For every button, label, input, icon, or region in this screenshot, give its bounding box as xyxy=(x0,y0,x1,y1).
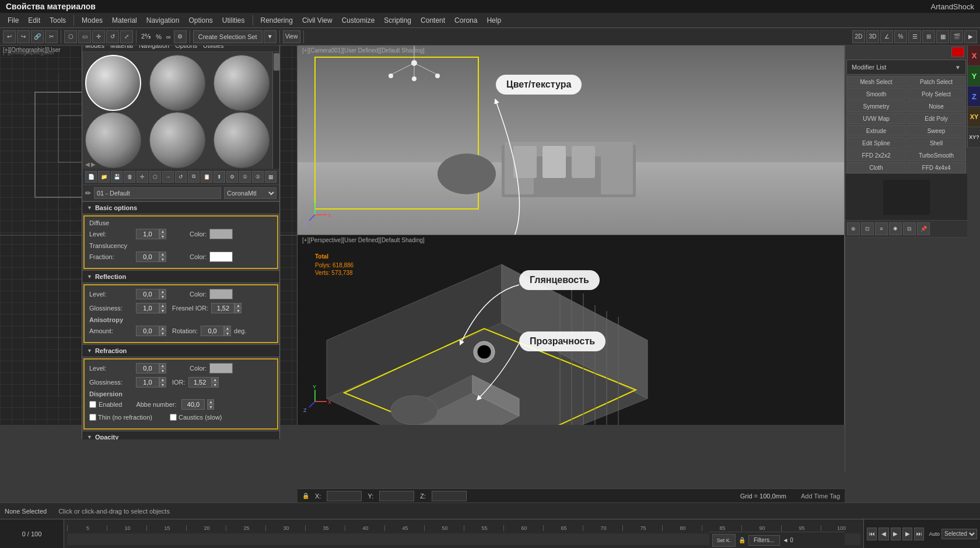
mat-tool-view1[interactable]: ① xyxy=(239,171,251,183)
xyz-axis-btn[interactable]: XY? xyxy=(968,127,980,148)
smooth-btn[interactable]: Smooth xyxy=(846,88,906,100)
mat-tool-backtrack[interactable]: ⬆ xyxy=(214,171,225,183)
z-input[interactable] xyxy=(432,491,467,501)
prev-frame-btn[interactable]: ◀ xyxy=(878,528,888,540)
mat-sphere-6[interactable] xyxy=(214,112,270,168)
symmetry-btn[interactable]: Symmetry xyxy=(846,100,906,112)
next-frame-btn[interactable]: ▶ xyxy=(902,528,912,540)
scale-btn[interactable]: ⤢ xyxy=(120,30,133,43)
spin-down[interactable]: ▼ xyxy=(159,308,166,313)
menu-scripting[interactable]: Scripting xyxy=(379,15,416,26)
spin-down[interactable]: ▼ xyxy=(212,382,219,388)
layer-btn[interactable]: ☰ xyxy=(908,30,921,43)
mod-icon-6[interactable]: 📌 xyxy=(917,222,930,235)
angle-snap-btn[interactable]: ∠ xyxy=(880,30,893,43)
selected-dropdown[interactable]: Selected xyxy=(942,529,977,539)
mod-icon-5[interactable]: ⊟ xyxy=(903,222,916,235)
select-region-btn[interactable]: ▭ xyxy=(78,30,91,43)
menu-content[interactable]: Content xyxy=(416,15,450,26)
mod-icon-3[interactable]: ≡ xyxy=(875,222,888,235)
refr-gloss-input[interactable] xyxy=(136,377,159,388)
menu-tools[interactable]: Tools xyxy=(45,15,71,26)
mat-tool-new[interactable]: 📄 xyxy=(85,171,97,183)
menu-rendering[interactable]: Rendering xyxy=(256,15,298,26)
mat-tool-open[interactable]: 📁 xyxy=(98,171,110,183)
mat-tool-paste[interactable]: 📋 xyxy=(201,171,212,183)
menu-file[interactable]: File xyxy=(3,15,23,26)
spin-down[interactable]: ▼ xyxy=(159,257,166,262)
settings-btn[interactable]: ⚙ xyxy=(174,30,187,43)
go-end-btn[interactable]: ⏭ xyxy=(914,528,924,540)
spin-up[interactable]: ▲ xyxy=(207,399,214,404)
refr-color-swatch[interactable] xyxy=(209,363,233,374)
go-start-btn[interactable]: ⏮ xyxy=(867,528,877,540)
render-btn[interactable]: ▦ xyxy=(936,30,949,43)
selection-arrow-btn[interactable]: ▼ xyxy=(264,30,276,43)
ior-input[interactable] xyxy=(188,377,212,388)
opacity-header[interactable]: ▼ Opacity xyxy=(82,431,279,439)
redo-btn[interactable]: ↪ xyxy=(17,30,30,43)
view-named-btn[interactable]: View xyxy=(283,30,300,43)
refraction-header[interactable]: ▼ Refraction xyxy=(82,344,279,357)
menu-civil-view[interactable]: Civil View xyxy=(298,15,337,26)
diffuse-color-swatch[interactable] xyxy=(209,229,233,239)
add-time-tag-btn[interactable]: Add Time Tag xyxy=(801,493,840,500)
fresnel-input[interactable] xyxy=(211,303,235,313)
menu-options[interactable]: Options xyxy=(184,15,217,26)
link-btn[interactable]: 🔗 xyxy=(31,30,44,43)
diffuse-level-input[interactable] xyxy=(136,229,159,239)
mat-tool-save[interactable]: 💾 xyxy=(111,171,123,183)
spin-up[interactable]: ▲ xyxy=(159,377,166,382)
mod-icon-4[interactable]: ✱ xyxy=(889,222,902,235)
mat-tool-assign[interactable]: → xyxy=(162,171,174,183)
spin-down[interactable]: ▼ xyxy=(159,382,166,388)
active-render-btn[interactable]: ▶ xyxy=(964,30,977,43)
fraction-input[interactable] xyxy=(136,252,159,262)
scrollbar-thumb[interactable] xyxy=(274,53,279,71)
mat-tool-copy[interactable]: ⧉ xyxy=(188,171,200,183)
menu-help[interactable]: Help xyxy=(482,15,506,26)
spin-up[interactable]: ▲ xyxy=(212,377,219,382)
mat-sphere-1[interactable] xyxy=(85,55,141,111)
x-axis-btn[interactable]: X xyxy=(968,46,980,66)
refl-color-swatch[interactable] xyxy=(209,289,233,299)
patch-select-btn[interactable]: Patch Select xyxy=(907,76,966,88)
spin-up[interactable]: ▲ xyxy=(235,303,242,308)
gloss-input[interactable] xyxy=(136,303,159,313)
spin-down[interactable]: ▼ xyxy=(235,308,242,313)
ffd-2x2x2-btn[interactable]: FFD 2x2x2 xyxy=(846,149,906,161)
edit-poly-btn[interactable]: Edit Poly xyxy=(907,113,966,124)
move-btn[interactable]: ✛ xyxy=(92,30,105,43)
ffd-4x4x4-btn[interactable]: FFD 4x4x4 xyxy=(907,162,966,173)
display-btn[interactable]: ⊞ xyxy=(922,30,935,43)
snap-3d-btn[interactable]: 3D xyxy=(866,30,879,43)
menu-modes[interactable]: Modes xyxy=(77,15,107,26)
mat-sphere-2[interactable] xyxy=(149,55,205,111)
poly-select-btn[interactable]: Poly Select xyxy=(907,88,966,100)
spin-down[interactable]: ▼ xyxy=(159,331,166,336)
mat-name-pencil-icon[interactable]: ✏ xyxy=(85,189,91,197)
uvw-map-btn[interactable]: UVW Map xyxy=(846,113,906,124)
mat-name-input[interactable] xyxy=(94,187,221,199)
percent-snap-btn[interactable]: % xyxy=(894,30,907,43)
sweep-btn[interactable]: Sweep xyxy=(907,125,966,137)
mod-icon-2[interactable]: ⊡ xyxy=(861,222,874,235)
z-axis-btn[interactable]: Z xyxy=(968,86,980,107)
enabled-checkbox[interactable] xyxy=(89,401,96,408)
spin-down[interactable]: ▼ xyxy=(159,294,166,299)
spin-up[interactable]: ▲ xyxy=(224,326,231,331)
reflection-header[interactable]: ▼ Reflection xyxy=(82,270,279,283)
spin-up[interactable]: ▲ xyxy=(159,303,166,308)
create-selection-btn[interactable]: Create Selection Set xyxy=(193,30,262,43)
mat-tool-view2[interactable]: ② xyxy=(252,171,264,183)
snap-2d-btn[interactable]: 2D xyxy=(852,30,865,43)
mat-tool-picker[interactable]: ⬡ xyxy=(149,171,161,183)
shell-btn[interactable]: Shell xyxy=(907,137,966,149)
mat-tool-bg[interactable]: ▦ xyxy=(265,171,276,183)
menu-utilities[interactable]: Utilities xyxy=(218,15,250,26)
spin-up[interactable]: ▲ xyxy=(159,363,166,368)
mod-icon-1[interactable]: ⊕ xyxy=(847,222,860,235)
mat-type-select[interactable]: CoronaMtl xyxy=(224,187,276,199)
mat-tool-options[interactable]: ⚙ xyxy=(226,171,238,183)
menu-edit[interactable]: Edit xyxy=(23,15,45,26)
